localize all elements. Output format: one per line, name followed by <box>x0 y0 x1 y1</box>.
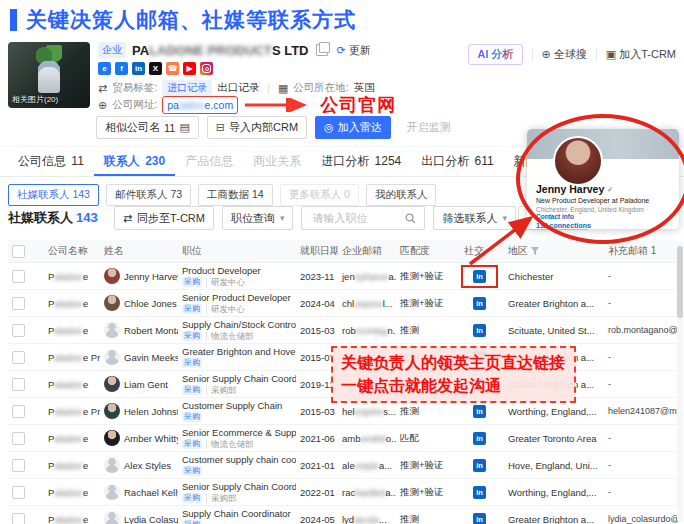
scrollbar-thumb[interactable] <box>677 246 683 318</box>
position-query-dropdown[interactable]: 职位查询▾ <box>222 206 294 230</box>
name-cell[interactable]: Gavin Meeks <box>100 344 178 371</box>
social-cell: in <box>460 425 504 452</box>
name-cell[interactable]: Jenny Harvey <box>100 263 178 290</box>
profile-banner <box>527 129 679 159</box>
start-date-cell: 2024-04 <box>296 290 338 317</box>
profile-headline: New Product Developer at Paladone <box>536 197 670 204</box>
linkedin-icon[interactable]: in <box>473 297 486 310</box>
row-checkbox[interactable] <box>12 378 25 391</box>
name-cell[interactable]: Lydia Colasurdo <box>100 506 178 524</box>
linkedin-icon[interactable]: in <box>473 405 486 418</box>
enable-monitor-button[interactable]: 开启监测 <box>399 117 459 138</box>
x-icon[interactable]: X <box>149 62 162 75</box>
col-就职日期: 就职日期 <box>296 240 338 263</box>
linkedin-icon[interactable]: in <box>473 270 486 283</box>
linkedin-icon[interactable]: in <box>473 432 486 445</box>
social-cell: in <box>460 317 504 344</box>
filter-icon[interactable] <box>531 247 539 255</box>
website-label: 公司网址: <box>112 98 157 112</box>
name-cell[interactable]: Chloe Jones <box>100 290 178 317</box>
phone-icon[interactable]: ☎ <box>166 62 179 75</box>
tab-商业关系[interactable]: 商业关系 <box>243 147 311 176</box>
import-crm-button[interactable]: ⊟导入内部CRM <box>207 116 307 139</box>
department-tag: 研发中心 <box>206 278 245 287</box>
similar-companies-button[interactable]: 相似公司名11▤ <box>96 116 199 139</box>
row-checkbox[interactable] <box>12 324 25 337</box>
row-checkbox[interactable] <box>12 459 25 472</box>
company-website-link[interactable]: paladone.com <box>162 96 238 114</box>
match-cell: 推测 <box>396 317 460 344</box>
instagram-icon[interactable] <box>200 62 213 75</box>
name-cell[interactable]: Helen Johnstone <box>100 398 178 425</box>
linkedin-icon[interactable]: in <box>473 324 486 337</box>
email-cell: lydiacola... <box>338 506 396 524</box>
add-radar-button[interactable]: ◎加入雷达 <box>315 116 391 139</box>
tcrm-icon: ▣ <box>606 48 616 61</box>
sync-tcrm-button[interactable]: ⇄同步至T-CRM <box>114 206 214 230</box>
filter-contacts-dropdown[interactable]: 筛选联系人▾ <box>433 206 516 230</box>
extra-email-cell: - <box>604 344 678 371</box>
linkedin-annotation-callout: 关键负责人的领英主页直达链接 一键点击就能发起沟通 <box>331 346 576 403</box>
linkedin-icon[interactable]: in <box>132 62 145 75</box>
row-checkbox[interactable] <box>12 432 25 445</box>
tab-联系人[interactable]: 联系人 230 <box>94 147 175 176</box>
globe-icon: ⊕ <box>98 99 107 112</box>
add-tcrm-button[interactable]: ▣加入T-CRM <box>606 47 676 62</box>
social-cell: in <box>460 290 504 317</box>
tab-公司信息[interactable]: 公司信息 11 <box>8 147 94 176</box>
row-checkbox[interactable] <box>12 351 25 364</box>
position-search-input[interactable] <box>310 211 400 225</box>
select-all-checkbox[interactable] <box>12 245 25 258</box>
linkedin-icon[interactable]: in <box>473 459 486 472</box>
col-公司名称: 公司名称 <box>44 240 100 263</box>
tab-产品信息[interactable]: 产品信息 <box>175 147 243 176</box>
row-checkbox[interactable] <box>12 297 25 310</box>
linkedin-icon[interactable]: in <box>473 513 486 524</box>
role-tag: 采购 <box>182 439 202 449</box>
extra-email-cell: rob.montagano@g... <box>604 317 678 344</box>
ai-analyze-button[interactable]: AI 分析 <box>468 44 522 65</box>
subtab-工商数据[interactable]: 工商数据 14 <box>198 184 273 206</box>
export-record-tag[interactable]: 出口记录 <box>217 81 259 95</box>
name-cell[interactable]: Rachael Kelly <box>100 479 178 506</box>
company-photo[interactable]: 相关图片(20) <box>8 42 90 108</box>
avatar <box>104 349 120 365</box>
section-title: 社媒联系人143 <box>8 209 98 227</box>
name-cell[interactable]: Alex Styles <box>100 452 178 479</box>
row-checkbox[interactable] <box>12 513 25 524</box>
position-search-box[interactable] <box>301 206 425 230</box>
table-row: Paladone Lydia Colasurdo Supply Chain Co… <box>8 506 678 524</box>
avatar <box>104 511 120 524</box>
youtube-icon[interactable]: ▶ <box>183 62 196 75</box>
tab-进口分析[interactable]: 进口分析 1254 <box>311 147 411 176</box>
linkedin-icon[interactable]: in <box>473 486 486 499</box>
copy-icon[interactable] <box>316 44 328 56</box>
role-tag: 采购 <box>182 304 202 314</box>
tab-出口分析[interactable]: 出口分析 611 <box>411 147 503 176</box>
region-cell: Hove, England, Uni... <box>504 452 604 479</box>
name-cell[interactable]: Liam Gent <box>100 371 178 398</box>
contact-info-link[interactable]: Contact info <box>536 213 574 220</box>
row-checkbox[interactable] <box>12 405 25 418</box>
name-cell[interactable]: Robert Monta... <box>100 317 178 344</box>
enterprise-badge: 企业 <box>98 42 126 58</box>
refresh-button[interactable]: ⟳更新 <box>336 43 370 58</box>
global-search-button[interactable]: ⊕全球搜 <box>542 47 587 62</box>
web-icon[interactable]: e <box>98 62 111 75</box>
extra-email-cell: - <box>604 452 678 479</box>
subtab-社媒联系人[interactable]: 社媒联系人 143 <box>8 184 99 206</box>
subtab-邮件联系人[interactable]: 邮件联系人 73 <box>106 184 191 206</box>
name-cell[interactable]: Amber Whitty <box>100 425 178 452</box>
import-icon: ⊟ <box>216 121 225 134</box>
profile-name: Jenny Harvey✔ <box>536 184 670 195</box>
table-row: Paladone Alex Styles Customer supply cha… <box>8 452 678 479</box>
row-checkbox[interactable] <box>12 486 25 499</box>
subtab-更多联系人[interactable]: 更多联系人 0 <box>280 184 359 206</box>
title-cell: Senior Supply Chain Coordinator采购采购部 <box>178 479 296 506</box>
row-checkbox[interactable] <box>12 270 25 283</box>
facebook-icon[interactable]: f <box>115 62 128 75</box>
department-tag: 物流仓储部 <box>206 332 254 341</box>
subtab-我的联系人[interactable]: 我的联系人 <box>366 184 437 206</box>
company-cell: Paladone <box>44 425 100 452</box>
role-tag: 采购 <box>182 277 202 287</box>
